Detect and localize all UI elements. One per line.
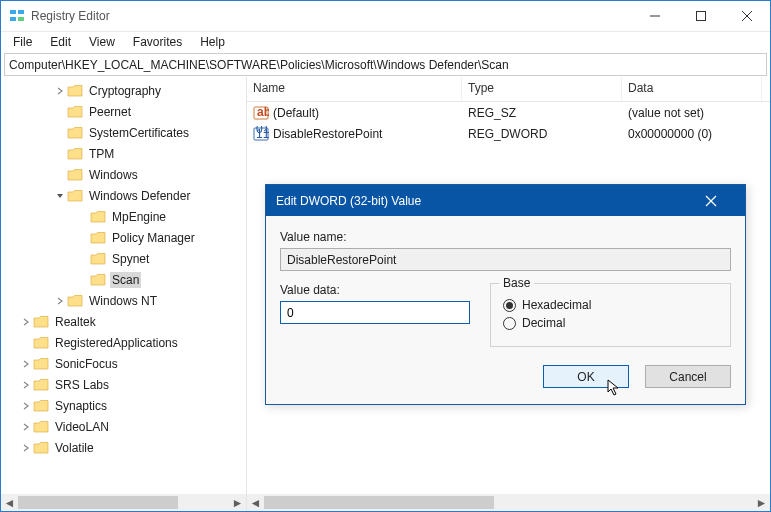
- radio-decimal[interactable]: Decimal: [503, 316, 718, 330]
- tree-item-label: Peernet: [87, 104, 133, 120]
- svg-rect-5: [697, 12, 706, 21]
- list-scrollbar[interactable]: ◄ ►: [247, 494, 770, 511]
- value-name-label: Value name:: [280, 230, 731, 244]
- tree-item-label: Windows Defender: [87, 188, 192, 204]
- window-title: Registry Editor: [31, 9, 632, 23]
- folder-icon: [33, 378, 49, 392]
- chevron-icon[interactable]: [19, 402, 33, 410]
- value-name: DisableRestorePoint: [273, 127, 382, 141]
- value-data-input[interactable]: [280, 301, 470, 324]
- tree-item[interactable]: Windows Defender: [1, 185, 246, 206]
- tree-item[interactable]: RegisteredApplications: [1, 332, 246, 353]
- cancel-button[interactable]: Cancel: [645, 365, 731, 388]
- tree-item-label: RegisteredApplications: [53, 335, 180, 351]
- tree-scrollbar[interactable]: ◄ ►: [1, 494, 247, 511]
- scroll-left-icon[interactable]: ◄: [247, 494, 264, 511]
- folder-icon: [90, 231, 106, 245]
- value-type: REG_SZ: [468, 106, 516, 120]
- chevron-icon[interactable]: [19, 360, 33, 368]
- chevron-icon[interactable]: [53, 192, 67, 200]
- folder-icon: [90, 273, 106, 287]
- tree-item-label: MpEngine: [110, 209, 168, 225]
- tree-item[interactable]: Windows NT: [1, 290, 246, 311]
- edit-dword-dialog: Edit DWORD (32-bit) Value Value name: Di…: [265, 184, 746, 405]
- folder-icon: [67, 147, 83, 161]
- folder-icon: [90, 252, 106, 266]
- radio-icon: [503, 299, 516, 312]
- tree-item[interactable]: Volatile: [1, 437, 246, 458]
- menu-favorites[interactable]: Favorites: [125, 33, 190, 51]
- folder-icon: [33, 357, 49, 371]
- folder-icon: [33, 399, 49, 413]
- tree-item-label: TPM: [87, 146, 116, 162]
- tree-item[interactable]: Peernet: [1, 101, 246, 122]
- scroll-right-icon[interactable]: ►: [229, 494, 246, 511]
- minimize-button[interactable]: [632, 1, 678, 31]
- folder-icon: [33, 315, 49, 329]
- tree-item-label: Scan: [110, 272, 141, 288]
- tree-item[interactable]: Cryptography: [1, 80, 246, 101]
- dialog-title: Edit DWORD (32-bit) Value: [276, 194, 705, 208]
- folder-icon: [67, 105, 83, 119]
- regedit-icon: [9, 8, 25, 24]
- tree-item[interactable]: Scan: [1, 269, 246, 290]
- registry-tree[interactable]: CryptographyPeernetSystemCertificatesTPM…: [1, 77, 247, 494]
- radio-hexadecimal[interactable]: Hexadecimal: [503, 298, 718, 312]
- close-button[interactable]: [724, 1, 770, 31]
- tree-item[interactable]: SystemCertificates: [1, 122, 246, 143]
- list-row[interactable]: 011110DisableRestorePointREG_DWORD0x0000…: [247, 123, 770, 144]
- list-header: Name Type Data: [247, 77, 770, 102]
- value-name: (Default): [273, 106, 319, 120]
- folder-icon: [67, 189, 83, 203]
- tree-item-label: Windows NT: [87, 293, 159, 309]
- address-bar[interactable]: Computer\HKEY_LOCAL_MACHINE\SOFTWARE\Pol…: [4, 53, 767, 76]
- tree-item[interactable]: Spynet: [1, 248, 246, 269]
- chevron-icon[interactable]: [19, 318, 33, 326]
- dialog-titlebar[interactable]: Edit DWORD (32-bit) Value: [266, 185, 745, 216]
- tree-item[interactable]: TPM: [1, 143, 246, 164]
- tree-item[interactable]: SonicFocus: [1, 353, 246, 374]
- bottom-scroll-region: ◄ ► ◄ ►: [1, 494, 770, 511]
- tree-item-label: Cryptography: [87, 83, 163, 99]
- menu-file[interactable]: File: [5, 33, 40, 51]
- folder-icon: [67, 168, 83, 182]
- value-data-label: Value data:: [280, 283, 470, 297]
- chevron-icon[interactable]: [53, 87, 67, 95]
- value-type: REG_DWORD: [468, 127, 547, 141]
- window-titlebar: Registry Editor: [1, 1, 770, 32]
- menu-view[interactable]: View: [81, 33, 123, 51]
- tree-item[interactable]: VideoLAN: [1, 416, 246, 437]
- svg-text:ab: ab: [257, 105, 269, 119]
- chevron-icon[interactable]: [19, 423, 33, 431]
- folder-icon: [67, 84, 83, 98]
- tree-item-label: SystemCertificates: [87, 125, 191, 141]
- svg-rect-0: [10, 10, 16, 14]
- chevron-icon[interactable]: [19, 381, 33, 389]
- col-header-data[interactable]: Data: [622, 77, 762, 101]
- maximize-button[interactable]: [678, 1, 724, 31]
- scroll-right-icon[interactable]: ►: [753, 494, 770, 511]
- chevron-icon[interactable]: [53, 297, 67, 305]
- folder-icon: [33, 336, 49, 350]
- tree-item[interactable]: Windows: [1, 164, 246, 185]
- tree-item-label: VideoLAN: [53, 419, 111, 435]
- menu-edit[interactable]: Edit: [42, 33, 79, 51]
- list-row[interactable]: ab(Default)REG_SZ(value not set): [247, 102, 770, 123]
- tree-item-label: Policy Manager: [110, 230, 197, 246]
- col-header-name[interactable]: Name: [247, 77, 462, 101]
- scroll-left-icon[interactable]: ◄: [1, 494, 18, 511]
- dialog-close-button[interactable]: [705, 195, 735, 207]
- folder-icon: [90, 210, 106, 224]
- tree-item-label: Windows: [87, 167, 140, 183]
- menu-help[interactable]: Help: [192, 33, 233, 51]
- col-header-type[interactable]: Type: [462, 77, 622, 101]
- chevron-icon[interactable]: [19, 444, 33, 452]
- value-data: 0x00000000 (0): [628, 127, 712, 141]
- tree-item[interactable]: Policy Manager: [1, 227, 246, 248]
- value-name-field: DisableRestorePoint: [280, 248, 731, 271]
- radio-icon: [503, 317, 516, 330]
- tree-item[interactable]: Synaptics: [1, 395, 246, 416]
- tree-item[interactable]: Realtek: [1, 311, 246, 332]
- tree-item[interactable]: MpEngine: [1, 206, 246, 227]
- tree-item[interactable]: SRS Labs: [1, 374, 246, 395]
